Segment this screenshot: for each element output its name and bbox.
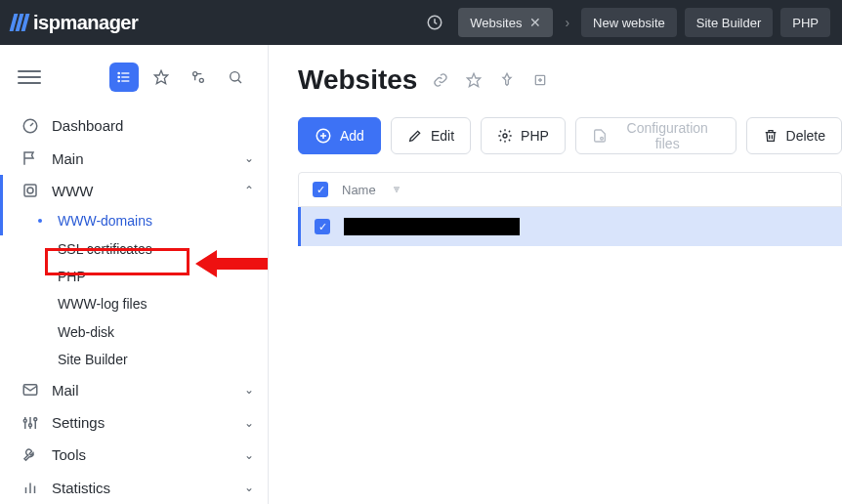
svg-marker-7 [154,70,167,83]
edit-button[interactable]: Edit [391,117,471,154]
brand-text: ispmanager [33,12,138,34]
table-row[interactable]: ✓ [298,207,842,246]
clock-icon[interactable] [419,7,450,38]
sidebar-sub-label: WWW-domains [58,213,152,229]
table-header: ✓ Name [298,172,842,207]
track-icon[interactable] [184,63,213,92]
button-label: Add [340,128,364,144]
sidebar-sub-label: PHP [58,269,86,284]
trash-icon [763,128,779,144]
domain-name-redacted [344,218,520,235]
sidebar-item-mail[interactable]: Mail ⌄ [0,373,268,405]
sidebar-sub-logs[interactable]: WWW-log files [0,290,268,317]
select-all-checkbox[interactable]: ✓ [313,182,328,197]
sidebar-sub-ssl[interactable]: SSL certificates [0,235,268,263]
svg-point-19 [23,419,26,422]
sidebar-item-label: Settings [52,414,232,431]
plus-circle-icon [315,127,332,145]
toolbar: Add Edit PHP Configuration files Delete [298,117,842,154]
svg-point-9 [199,78,203,82]
row-checkbox[interactable]: ✓ [315,219,330,234]
breadcrumb-label: PHP [792,16,819,30]
sidebar: Dashboard Main ⌄ WWW ⌃ WWW-domains SSL c… [0,45,269,504]
gear-icon [497,128,513,144]
sidebar-item-statistics[interactable]: Statistics ⌄ [0,472,268,504]
star-icon[interactable] [464,70,484,90]
sidebar-sub-label: SSL certificates [58,241,152,257]
sidebar-sub-sitebuilder[interactable]: Site Builder [0,346,268,373]
button-label: PHP [521,128,549,144]
list-view-icon[interactable] [109,63,139,92]
top-bar: ispmanager Websites ✕ › New website Site… [0,0,842,45]
breadcrumb-websites[interactable]: Websites ✕ [458,8,553,37]
menu-toggle-icon[interactable] [18,65,41,89]
content-area: Websites Add Edit PHP Configuration file… [269,45,842,504]
chevron-down-icon: ⌄ [244,151,254,165]
sidebar-sub-php[interactable]: PHP [0,263,268,290]
breadcrumb-php[interactable]: PHP [780,8,830,37]
wrench-icon [21,445,40,465]
chevron-down-icon: ⌄ [244,416,254,430]
file-gear-icon [592,128,608,144]
sidebar-sub-label: WWW-log files [58,296,147,312]
svg-point-21 [34,417,37,420]
mail-icon [21,380,40,399]
add-button[interactable]: Add [298,117,381,154]
button-label: Delete [786,128,825,144]
sort-icon[interactable] [390,183,403,196]
search-icon[interactable] [221,63,250,92]
sidebar-item-label: Tools [52,446,232,463]
brand-logo[interactable]: ispmanager [12,12,138,34]
delete-button[interactable]: Delete [746,117,842,154]
config-files-button[interactable]: Configuration files [575,117,737,154]
svg-line-11 [238,80,241,83]
sidebar-sub-webdisk[interactable]: Web-disk [0,318,268,346]
chevron-down-icon: ⌄ [244,383,254,397]
star-icon[interactable] [147,63,176,92]
flag-icon [21,148,40,168]
close-icon[interactable]: ✕ [529,15,541,30]
logo-stripes-icon [12,14,27,31]
sidebar-item-main[interactable]: Main ⌄ [0,142,268,174]
sidebar-sub-www-domains[interactable]: WWW-domains [0,207,268,234]
pin-icon[interactable] [497,70,517,90]
sidebar-item-settings[interactable]: Settings ⌄ [0,406,268,439]
svg-point-20 [29,423,32,426]
svg-point-14 [27,188,33,193]
button-label: Configuration files [615,120,720,151]
svg-point-31 [601,137,604,140]
svg-rect-13 [24,185,36,196]
sidebar-item-label: Mail [52,382,232,399]
sidebar-item-www[interactable]: WWW ⌃ [0,175,268,207]
globe-icon [21,181,40,200]
svg-point-10 [231,72,239,81]
sidebar-sub-label: Web-disk [58,324,114,340]
breadcrumb-site-builder[interactable]: Site Builder [685,8,773,37]
sidebar-sub-label: Site Builder [58,352,128,367]
gauge-icon [21,116,40,136]
breadcrumb-label: Websites [470,16,522,30]
svg-point-8 [193,72,197,76]
button-label: Edit [431,128,454,144]
svg-marker-25 [468,73,481,86]
breadcrumb-label: New website [593,16,665,30]
link-icon[interactable] [431,70,450,90]
breadcrumb-label: Site Builder [696,16,761,30]
chevron-up-icon: ⌃ [244,184,254,197]
svg-point-5 [118,76,119,77]
sidebar-item-label: Dashboard [52,117,254,134]
new-window-icon[interactable] [530,70,550,90]
page-title: Websites [298,64,417,96]
svg-point-4 [118,72,119,73]
bars-icon [21,478,40,497]
sidebar-item-label: Statistics [52,480,232,496]
chevron-right-icon: › [561,15,573,30]
breadcrumb-new-website[interactable]: New website [581,8,677,37]
sidebar-item-dashboard[interactable]: Dashboard [0,109,268,142]
sidebar-item-tools[interactable]: Tools ⌄ [0,439,268,471]
chevron-down-icon: ⌄ [244,448,254,462]
chevron-down-icon: ⌄ [244,481,254,494]
svg-point-6 [118,80,119,81]
column-name[interactable]: Name [342,183,376,197]
php-button[interactable]: PHP [481,117,566,154]
